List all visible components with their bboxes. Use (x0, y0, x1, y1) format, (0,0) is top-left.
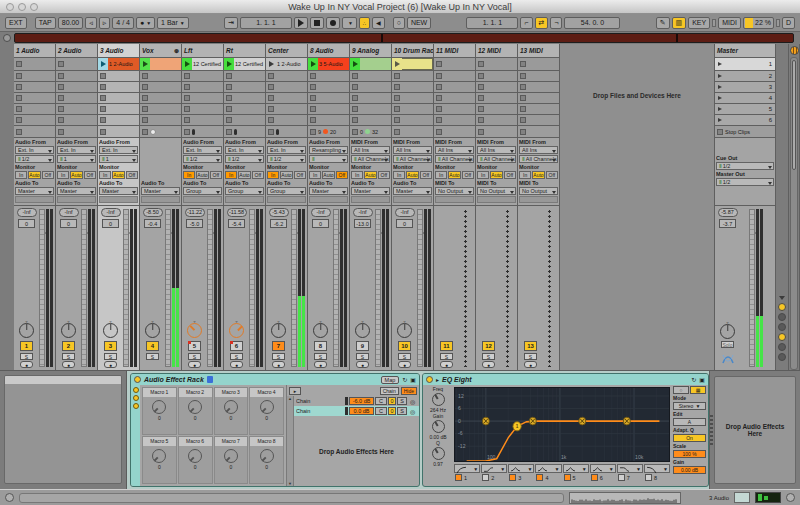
input-type-select[interactable]: Ext. In (15, 146, 54, 154)
clip-stop-icon[interactable] (226, 73, 232, 79)
input-type-select[interactable]: Ext. In (225, 146, 264, 154)
clip-slot[interactable] (14, 58, 55, 70)
stop-all-clips-icon[interactable] (16, 129, 22, 135)
scale-value[interactable]: 100 % (673, 450, 706, 458)
band-on-checkbox[interactable] (455, 474, 462, 481)
eq-title-bar[interactable]: ▸ EQ Eight ↻ ▣ (423, 374, 708, 385)
monitor-off-button[interactable]: Off (546, 171, 558, 179)
clip-slot[interactable] (182, 71, 223, 81)
volume-value[interactable]: -0.4 (144, 219, 161, 228)
volume-value[interactable]: 0 (102, 219, 119, 228)
clip-stop-icon[interactable] (268, 84, 274, 90)
monitor-in-button[interactable]: In (225, 171, 237, 179)
rack-macro-toggle[interactable] (133, 387, 139, 393)
track-header[interactable]: Rt (224, 44, 265, 57)
pan-knob[interactable] (187, 323, 202, 338)
clip-stop-icon[interactable] (436, 73, 442, 79)
clip-slot[interactable] (434, 82, 475, 92)
show-returns-toggle[interactable] (778, 323, 786, 331)
clip-slot[interactable] (266, 82, 307, 92)
key-map-button[interactable]: KEY (688, 17, 710, 29)
volume-slider[interactable] (165, 209, 171, 367)
nudge-up-button[interactable]: ▹ (99, 17, 111, 29)
track-activator[interactable]: 1 (20, 341, 33, 351)
volume-value[interactable]: 0 (60, 219, 77, 228)
monitor-off-button[interactable]: Off (378, 171, 390, 179)
clip-slot[interactable] (434, 93, 475, 103)
time-signature-display[interactable]: 4 / 4 (112, 17, 134, 29)
chain-send[interactable]: 0 (388, 407, 396, 415)
scene-play-icon[interactable] (718, 85, 722, 89)
solo-button[interactable]: S (230, 353, 243, 360)
input-channel-select[interactable]: ‖1/2 (15, 155, 54, 163)
chain-send[interactable]: 0 (388, 397, 396, 405)
clip-play-icon[interactable] (182, 58, 192, 70)
output-select[interactable]: Master (141, 187, 180, 195)
monitor-auto-button[interactable]: Auto (364, 171, 376, 179)
clip-stop-icon[interactable] (478, 106, 484, 112)
scene-launch-4[interactable]: 4 (715, 93, 775, 103)
scene-launch-2[interactable]: 2 (715, 71, 775, 81)
clip-stop-icon[interactable] (394, 73, 400, 79)
quantization-menu[interactable]: 1 Bar▼ (157, 17, 189, 29)
volume-value[interactable]: -13.0 (354, 219, 371, 228)
clip-slot[interactable] (224, 104, 265, 114)
clip[interactable]: 1 2-Audio (266, 58, 307, 70)
monitor-in-button[interactable]: In (351, 171, 363, 179)
volume-slider[interactable] (81, 209, 87, 367)
clip-slot[interactable] (476, 115, 517, 125)
clip-stop-icon[interactable] (436, 84, 442, 90)
pan-knob[interactable] (61, 323, 76, 338)
clip-slot[interactable] (14, 93, 55, 103)
input-type-select[interactable]: Ext. In (99, 146, 138, 154)
eq-curve-display[interactable]: 1260-6-121001k10k1 (454, 387, 670, 462)
session-record-button[interactable]: ○ (393, 17, 405, 29)
input-type-select[interactable]: Resampling (309, 146, 348, 154)
monitor-auto-button[interactable]: Auto (238, 171, 250, 179)
clip[interactable]: 12 Certified (224, 58, 265, 70)
arm-button[interactable]: ● (398, 361, 411, 368)
stop-all-clips-icon[interactable] (394, 129, 400, 135)
show-io-toggle[interactable] (778, 303, 786, 311)
macro-knob[interactable] (188, 400, 202, 414)
clip-slot[interactable] (98, 71, 139, 81)
clip-play-icon[interactable] (98, 58, 108, 70)
eq-gain-knob[interactable] (432, 420, 445, 433)
clip-stop-icon[interactable] (520, 73, 526, 79)
monitor-auto-button[interactable]: Auto (112, 171, 124, 179)
clip-slot[interactable] (98, 115, 139, 125)
track-header[interactable]: Center (266, 44, 307, 57)
clip-slot[interactable] (434, 104, 475, 114)
clip-stop-icon[interactable] (16, 61, 22, 67)
volume-slider[interactable] (333, 209, 339, 367)
chain-row[interactable]: Chain0.0 dBC0S◎ (294, 406, 419, 416)
clip-stop-icon[interactable] (436, 61, 442, 67)
clip-stop-icon[interactable] (142, 84, 148, 90)
clip[interactable]: 1 2-Audio (98, 58, 139, 70)
clip-stop-icon[interactable] (100, 84, 106, 90)
band-filter-type-select[interactable]: ▼ (644, 464, 670, 473)
automation-arm-button[interactable]: ∴ (359, 17, 370, 29)
clip-stop-icon[interactable] (226, 84, 232, 90)
volume-value[interactable]: 0 (18, 219, 35, 228)
clip-slot[interactable] (182, 82, 223, 92)
clip-slot[interactable] (308, 104, 349, 114)
clip-slot[interactable] (308, 82, 349, 92)
input-channel-select[interactable]: ‖1/2 (225, 155, 264, 163)
input-type-select[interactable]: Ext. In (183, 146, 222, 154)
clip-stop-icon[interactable] (58, 73, 64, 79)
output-select[interactable]: Master (309, 187, 348, 195)
monitor-off-button[interactable]: Off (210, 171, 222, 179)
solo-button[interactable]: S (398, 353, 411, 360)
volume-value[interactable]: -5.4 (228, 219, 245, 228)
punch-in-button[interactable]: ⌐ (520, 17, 532, 29)
monitor-auto-button[interactable]: Auto (280, 171, 292, 179)
output-select[interactable]: Master (99, 187, 138, 195)
track-activator[interactable]: 4 (146, 341, 159, 351)
stop-all-clips-icon[interactable] (436, 129, 442, 135)
track-header[interactable]: 1 Audio (14, 44, 55, 57)
clip-stop-icon[interactable] (142, 73, 148, 79)
pan-knob[interactable] (19, 323, 34, 338)
monitor-in-button[interactable]: In (435, 171, 447, 179)
clip-detail-mini[interactable] (755, 492, 781, 503)
